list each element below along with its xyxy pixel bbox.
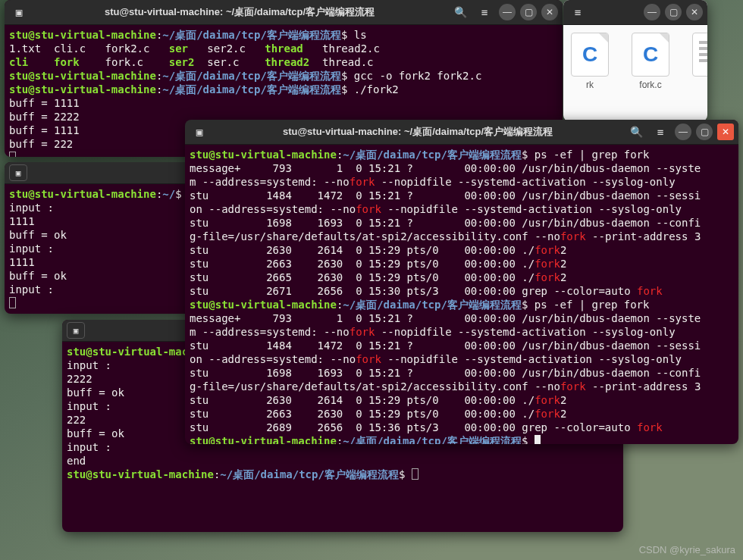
c-file-icon: C [632,33,669,77]
search-icon[interactable]: 🔍 [626,122,646,142]
file-fork.c[interactable]: Cfork.c [632,33,669,90]
minimize-button[interactable]: — [499,4,516,20]
window-title: stu@stu-virtual-machine: ~/桌面/daima/tcp/… [33,5,446,19]
maximize-button[interactable]: ▢ [520,4,537,20]
new-tab-icon[interactable]: ▣ [190,122,209,142]
text-file-icon [692,33,707,77]
fm-titlebar: ≡ — ▢ ✕ [563,0,707,25]
terminal-titlebar: ▣ stu@stu-virtual-machine: ~/桌面/daima/tc… [185,120,738,145]
close-button[interactable]: ✕ [541,4,558,20]
hamburger-icon[interactable]: ≡ [475,2,494,22]
file-item[interactable] [692,33,707,90]
hamburger-icon[interactable]: ≡ [651,122,670,142]
close-button[interactable]: ✕ [686,4,703,20]
file-rk[interactable]: Crk [571,33,609,90]
watermark: CSDN @kyrie_sakura [639,544,735,555]
fm-file-grid[interactable]: CrkCfork.c [563,25,707,98]
close-button[interactable]: ✕ [717,124,734,140]
terminal-window-4[interactable]: ▣ stu@stu-virtual-machine: ~/桌面/daima/tc… [185,120,738,444]
minimize-button[interactable]: — [644,4,660,20]
file-manager-window: ≡ — ▢ ✕ CrkCfork.c [563,0,707,121]
maximize-button[interactable]: ▢ [665,4,682,20]
terminal-output[interactable]: stu@stu-virtual-machine:~/桌面/daima/tcp/客… [185,145,738,444]
c-file-icon: C [571,33,609,77]
maximize-button[interactable]: ▢ [696,124,713,140]
new-tab-icon[interactable]: ▣ [9,2,29,22]
new-tab-icon[interactable]: ▣ [9,164,27,181]
fm-hamburger-icon[interactable]: ≡ [568,2,588,22]
file-label: fork.c [639,80,661,90]
new-tab-icon[interactable]: ▣ [67,322,85,339]
search-icon[interactable]: 🔍 [450,2,470,22]
file-label: rk [586,80,594,90]
minimize-button[interactable]: — [675,124,691,140]
window-title: stu@stu-virtual-machine: ~/桌面/daima/tcp/… [214,125,622,139]
terminal-titlebar: ▣ stu@stu-virtual-machine: ~/桌面/daima/tc… [5,0,563,25]
